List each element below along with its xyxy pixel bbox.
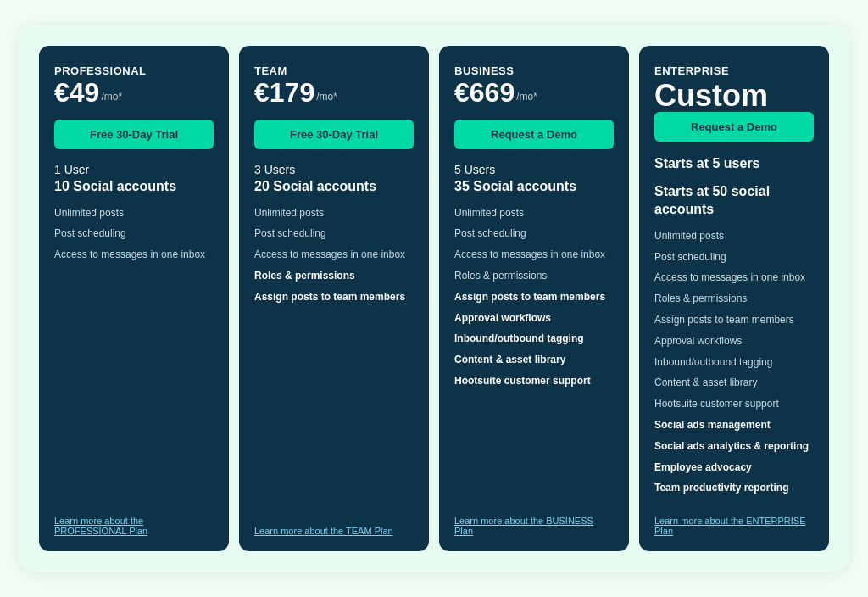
list-item: Hootsuite customer support: [654, 397, 814, 411]
cta-button-professional[interactable]: Free 30-Day Trial: [54, 120, 214, 149]
list-item: Social ads analytics & reporting: [654, 439, 814, 454]
plan-name-enterprise: ENTERPRISE: [654, 64, 814, 77]
list-item: Roles & permissions: [254, 269, 414, 283]
plan-price-team: €179: [254, 79, 314, 106]
plan-users-professional: 1 User: [54, 163, 214, 176]
plans-grid: PROFESSIONAL€49/mo*Free 30-Day Trial1 Us…: [39, 46, 829, 551]
plan-users-team: 3 Users: [254, 163, 414, 176]
plan-card-professional: PROFESSIONAL€49/mo*Free 30-Day Trial1 Us…: [39, 46, 229, 551]
plan-price-professional: €49: [54, 79, 99, 106]
plan-price-suffix-professional: /mo*: [101, 91, 122, 103]
list-item: Post scheduling: [654, 250, 814, 265]
list-item: Unlimited posts: [654, 229, 814, 243]
plan-price-suffix-business: /mo*: [516, 91, 537, 103]
list-item: Unlimited posts: [54, 206, 214, 220]
list-item: Access to messages in one inbox: [254, 248, 414, 262]
list-item: Employee advocacy: [654, 460, 814, 475]
list-item: Roles & permissions: [454, 269, 614, 283]
plan-name-team: TEAM: [254, 64, 414, 77]
plan-accounts-enterprise: Starts at 50 social accounts: [654, 183, 814, 219]
plan-users-enterprise: Starts at 5 users: [654, 155, 814, 173]
list-item: Content & asset library: [654, 376, 814, 390]
list-item: Content & asset library: [454, 353, 614, 367]
list-item: Inbound/outbound tagging: [454, 332, 614, 346]
list-item: Unlimited posts: [454, 206, 614, 220]
plan-price-row-team: €179/mo*: [254, 79, 414, 106]
plan-accounts-professional: 10 Social accounts: [54, 178, 214, 196]
plan-price-row-business: €669/mo*: [454, 79, 614, 106]
plan-card-business: BUSINESS€669/mo*Request a Demo5 Users35 …: [439, 46, 629, 551]
list-item: Approval workflows: [654, 334, 814, 349]
list-item: Assign posts to team members: [654, 313, 814, 327]
feature-list-professional: Unlimited postsPost schedulingAccess to …: [54, 206, 214, 503]
plan-card-enterprise: ENTERPRISECustomRequest a DemoStarts at …: [639, 46, 829, 551]
list-item: Assign posts to team members: [454, 290, 614, 304]
plan-name-professional: PROFESSIONAL: [54, 64, 214, 77]
plan-accounts-team: 20 Social accounts: [254, 178, 414, 196]
list-item: Hootsuite customer support: [454, 374, 614, 388]
plan-name-business: BUSINESS: [454, 64, 614, 77]
list-item: Inbound/outbound tagging: [654, 355, 814, 370]
list-item: Social ads management: [654, 418, 814, 432]
plan-users-business: 5 Users: [454, 163, 614, 176]
cta-button-team[interactable]: Free 30-Day Trial: [254, 120, 414, 149]
feature-list-enterprise: Unlimited postsPost schedulingAccess to …: [654, 229, 814, 502]
feature-list-team: Unlimited postsPost schedulingAccess to …: [254, 206, 414, 513]
plan-card-team: TEAM€179/mo*Free 30-Day Trial3 Users20 S…: [239, 46, 429, 551]
list-item: Approval workflows: [454, 311, 614, 326]
list-item: Access to messages in one inbox: [654, 271, 814, 285]
list-item: Roles & permissions: [654, 292, 814, 306]
plan-price-enterprise: Custom: [654, 79, 814, 113]
cta-button-business[interactable]: Request a Demo: [454, 120, 614, 149]
plan-price-suffix-team: /mo*: [316, 91, 337, 103]
list-item: Post scheduling: [454, 226, 614, 241]
list-item: Assign posts to team members: [254, 290, 414, 304]
plan-accounts-business: 35 Social accounts: [454, 178, 614, 196]
list-item: Post scheduling: [254, 226, 414, 241]
learn-more-business[interactable]: Learn more about the BUSINESS Plan: [454, 516, 614, 536]
plan-price-row-professional: €49/mo*: [54, 79, 214, 106]
pricing-container: PROFESSIONAL€49/mo*Free 30-Day Trial1 Us…: [19, 25, 849, 572]
list-item: Access to messages in one inbox: [454, 248, 614, 262]
list-item: Unlimited posts: [254, 206, 414, 220]
cta-button-enterprise[interactable]: Request a Demo: [654, 112, 814, 142]
feature-list-business: Unlimited postsPost schedulingAccess to …: [454, 206, 614, 503]
learn-more-enterprise[interactable]: Learn more about the ENTERPRISE Plan: [654, 516, 814, 536]
plan-price-business: €669: [454, 79, 515, 106]
list-item: Team productivity reporting: [654, 481, 814, 495]
learn-more-professional[interactable]: Learn more about the PROFESSIONAL Plan: [54, 516, 214, 536]
list-item: Post scheduling: [54, 226, 214, 241]
learn-more-team[interactable]: Learn more about the TEAM Plan: [254, 526, 414, 536]
list-item: Access to messages in one inbox: [54, 248, 214, 262]
